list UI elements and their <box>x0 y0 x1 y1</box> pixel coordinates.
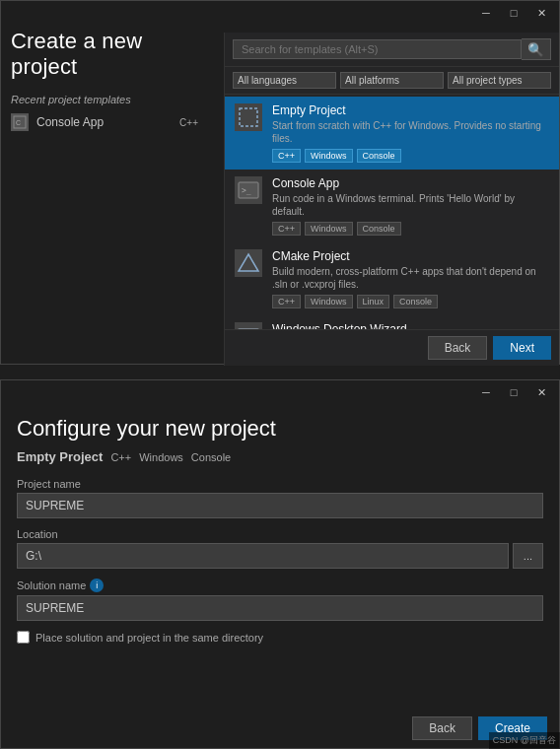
configure-content: Configure your new project Empty Project… <box>1 404 559 655</box>
svg-marker-5 <box>239 254 258 271</box>
tag-linux: Linux <box>357 295 390 308</box>
project-template-name: Empty Project <box>17 449 103 464</box>
tag-row-empty: C++ Windows Console <box>272 149 549 163</box>
minimize-button[interactable]: ─ <box>472 1 500 25</box>
template-icon-console: >_ <box>235 176 262 204</box>
platform-filter[interactable]: All platforms <box>340 72 444 89</box>
template-cmake[interactable]: CMake Project Build modern, cross-platfo… <box>225 242 559 315</box>
solution-name-input[interactable] <box>17 595 543 621</box>
solution-name-group: Solution name i <box>17 579 543 621</box>
maximize-button-2[interactable]: □ <box>500 380 527 404</box>
project-tag-console: Console <box>191 451 231 463</box>
location-group: Location ... <box>17 528 543 569</box>
project-tag-windows: Windows <box>139 451 183 463</box>
templates-list: Empty Project Start from scratch with C+… <box>225 95 559 329</box>
close-button[interactable]: ✕ <box>527 1 555 25</box>
tag-cpp-2: C++ <box>272 295 301 308</box>
location-row: ... <box>17 543 543 569</box>
template-name-wizard: Windows Desktop Wizard <box>272 322 549 329</box>
back-button-bottom[interactable]: Back <box>412 716 472 740</box>
search-input[interactable] <box>233 39 522 59</box>
tag-con-2: Console <box>393 295 438 308</box>
tag-con-1: Console <box>357 222 401 236</box>
project-name-label: Project name <box>17 478 543 490</box>
template-info-wizard: Windows Desktop Wizard Create your own W… <box>272 322 549 329</box>
configure-title: Configure your new project <box>17 416 543 442</box>
template-desc-cmake: Build modern, cross-platform C++ apps th… <box>272 265 549 291</box>
template-desc-console: Run code in a Windows terminal. Prints '… <box>272 192 549 218</box>
checkbox-label: Place solution and project in the same d… <box>35 632 263 644</box>
configure-tags: Empty Project C++ Windows Console <box>17 449 543 464</box>
template-icon-wizard <box>235 322 262 329</box>
template-desktop-wizard[interactable]: Windows Desktop Wizard Create your own W… <box>225 315 559 329</box>
configure-project-window: ─ □ ✕ Configure your new project Empty P… <box>0 379 560 749</box>
search-bar: 🔍 <box>225 33 559 67</box>
tag-win-2: Windows <box>305 295 353 308</box>
minimize-button-2[interactable]: ─ <box>472 380 500 404</box>
project-name-group: Project name <box>17 478 543 518</box>
tag-cpp-1: C++ <box>272 222 301 236</box>
template-icon-cmake <box>235 249 262 277</box>
info-icon[interactable]: i <box>90 579 104 592</box>
same-directory-checkbox[interactable] <box>17 631 30 644</box>
search-button[interactable]: 🔍 <box>522 38 551 60</box>
recent-item-name: Console App <box>36 115 172 129</box>
checkbox-row: Place solution and project in the same d… <box>17 631 543 644</box>
tag-row-cmake: C++ Windows Linux Console <box>272 295 549 308</box>
template-info-empty: Empty Project Start from scratch with C+… <box>272 103 549 163</box>
titlebar-bottom: ─ □ ✕ <box>1 380 559 404</box>
titlebar-top: ─ □ ✕ <box>1 1 559 25</box>
tag-win-1: Windows <box>305 222 353 236</box>
close-button-2[interactable]: ✕ <box>527 380 555 404</box>
template-desc-empty: Start from scratch with C++ for Windows.… <box>272 119 549 145</box>
bottom-buttons-top: Back Next <box>225 329 559 366</box>
browse-button[interactable]: ... <box>513 543 543 569</box>
create-project-window: ─ □ ✕ Create a new project Recent projec… <box>0 0 560 365</box>
recent-label: Recent project templates <box>11 94 198 105</box>
recent-item-icon: C <box>11 113 29 131</box>
tag-console: Console <box>357 149 401 163</box>
svg-rect-2 <box>240 108 257 126</box>
template-info-console: Console App Run code in a Windows termin… <box>272 176 549 236</box>
watermark: CSDN @回音谷 <box>489 732 560 749</box>
template-icon-empty <box>235 103 262 131</box>
filter-row: All languages All platforms All project … <box>225 67 559 95</box>
template-name-console: Console App <box>272 176 549 190</box>
recent-item[interactable]: C Console App C++ <box>11 113 198 131</box>
template-name-empty: Empty Project <box>272 103 549 117</box>
tag-row-console: C++ Windows Console <box>272 222 549 236</box>
project-tag-cpp: C++ <box>110 451 131 463</box>
template-name-cmake: CMake Project <box>272 249 549 263</box>
tag-cpp: C++ <box>272 149 301 163</box>
project-name-input[interactable] <box>17 493 543 518</box>
location-input[interactable] <box>17 543 509 569</box>
svg-text:C: C <box>16 119 21 126</box>
language-filter[interactable]: All languages <box>233 72 336 89</box>
template-empty-project[interactable]: Empty Project Start from scratch with C+… <box>225 97 559 170</box>
template-console-app[interactable]: >_ Console App Run code in a Windows ter… <box>225 170 559 242</box>
page-title: Create a new project <box>11 29 198 80</box>
right-panel: 🔍 All languages All platforms All projec… <box>224 33 559 366</box>
template-info-cmake: CMake Project Build modern, cross-platfo… <box>272 249 549 308</box>
type-filter[interactable]: All project types <box>448 72 551 89</box>
recent-item-tag: C++ <box>179 117 198 128</box>
next-button[interactable]: Next <box>493 336 551 360</box>
solution-name-label: Solution name i <box>17 579 543 592</box>
svg-text:>_: >_ <box>242 186 251 195</box>
location-label: Location <box>17 528 543 540</box>
maximize-button[interactable]: □ <box>500 1 527 25</box>
split-layout: Create a new project Recent project temp… <box>1 25 559 328</box>
tag-windows: Windows <box>305 149 353 163</box>
left-panel: Create a new project Recent project temp… <box>1 25 208 328</box>
back-button-top[interactable]: Back <box>428 336 488 360</box>
